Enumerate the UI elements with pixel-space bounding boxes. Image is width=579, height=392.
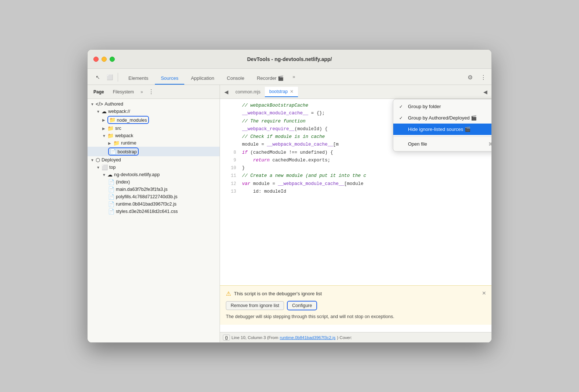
open-file-shortcut: ⌘ P [489, 142, 492, 147]
check-icon-open-file [399, 142, 405, 147]
runtime-item[interactable]: ▶ 📁 runtime [88, 139, 220, 147]
window-title: DevTools - ng-devtools.netlify.app/ [247, 56, 332, 62]
netlify-label: ng-devtools.netlify.app [114, 172, 160, 177]
code-text-8: if (cachedModule !== undefined) { [242, 149, 333, 157]
cursor-icon[interactable]: ↖ [93, 72, 103, 82]
line-num-8: 8 [223, 149, 236, 156]
deployed-icon: ⬡ [96, 157, 100, 163]
tab-recorder[interactable]: Recorder 🎬 [251, 72, 290, 85]
node-modules-item[interactable]: ▶ 📁 node_modules [88, 115, 220, 125]
inspect-icon[interactable]: ⬜ [104, 72, 115, 82]
tab-console[interactable]: Console [221, 72, 251, 85]
line-num-11: 11 [223, 172, 236, 179]
left-panel-header: Page Filesystem » ⋮ [88, 85, 220, 99]
netlify-arrow: ▼ [102, 173, 106, 177]
authored-arrow: ▼ [90, 102, 94, 106]
tab-application[interactable]: Application [185, 72, 220, 85]
tab-bar: ↖ ⬜ Elements Sources Application Console… [88, 69, 491, 85]
menu-open-file-label: Open file [408, 141, 427, 147]
main-js-item[interactable]: 📄 main.da63f7b2fe3f1fa3.js [88, 186, 220, 193]
bootstrap-tab-close[interactable]: ✕ [290, 89, 294, 94]
top-item[interactable]: ▼ ⬜ top [88, 164, 220, 171]
menu-group-authored-label: Group by Authored/Deployed 🎬 [408, 115, 477, 121]
minimize-button[interactable] [102, 57, 107, 62]
bootstrap-item[interactable]: 📄 bootstrap [88, 147, 220, 156]
common-tab-label: common.mjs [235, 89, 260, 95]
ignore-banner-title: This script is on the debugger's ignore … [234, 291, 322, 296]
main-js-label: main.da63f7b2fe3f1fa3.js [116, 187, 167, 192]
line-num-9: 9 [223, 157, 236, 164]
bootstrap-label: bootstrap [117, 149, 136, 154]
webpack-folder-item[interactable]: ▼ 📁 webpack [88, 132, 220, 139]
code-text-2: __webpack_module_cache__ = {}; [242, 110, 325, 117]
webpack-folder-icon: 📁 [107, 133, 114, 139]
ignore-close-icon[interactable]: ✕ [482, 290, 486, 296]
styles-icon: 📄 [108, 209, 114, 214]
maximize-button[interactable] [110, 57, 115, 62]
runtime-js-icon: 📄 [108, 201, 114, 207]
tab-elements[interactable]: Elements [122, 72, 154, 85]
bootstrap-box: 📄 bootstrap [108, 147, 139, 156]
code-text-5: __webpack_require__(moduleId) { [242, 125, 328, 133]
status-suffix: ) Cover: [337, 335, 352, 340]
main-content: Page Filesystem » ⋮ ▼ </> Authored ▼ ☁ w… [88, 85, 491, 342]
editor-tab-bootstrap[interactable]: bootstrap ✕ [265, 87, 298, 97]
code-line-13: 13 id: moduleId [220, 188, 491, 196]
configure-button[interactable]: Configure [287, 301, 317, 310]
node-modules-folder-icon: 📁 [109, 117, 116, 123]
polyfills-label: polyfills.4c768d7122740d3b.js [116, 194, 178, 199]
authored-icon: </> [96, 101, 103, 107]
deployed-section[interactable]: ▼ ⬡ Deployed [88, 156, 220, 164]
code-line-10: 10 } [220, 164, 491, 172]
bootstrap-file-icon: 📄 [110, 149, 116, 154]
code-text-1: // webpackBootstrapCache [242, 102, 308, 110]
menu-open-file[interactable]: Open file ⌘ P [393, 138, 492, 150]
remove-from-ignore-button[interactable]: Remove from ignore list [226, 301, 284, 310]
node-modules-arrow: ▶ [102, 118, 106, 122]
authored-label: Authored [104, 101, 123, 107]
runtime-arrow: ▶ [108, 141, 112, 145]
main-js-icon: 📄 [108, 186, 114, 192]
editor-tab-common[interactable]: common.mjs [231, 87, 265, 97]
code-text-10: } [242, 164, 245, 172]
editor-nav-left[interactable]: ◀ [221, 87, 231, 97]
close-button[interactable] [93, 57, 99, 62]
netlify-icon: ☁ [107, 172, 113, 178]
webpack-section[interactable]: ▼ ☁ webpack:// [88, 108, 220, 115]
netlify-app-item[interactable]: ▼ ☁ ng-devtools.netlify.app [88, 171, 220, 178]
right-panel: ◀ common.mjs bootstrap ✕ ◀ // webpackBoo… [220, 85, 491, 342]
src-arrow: ▶ [102, 126, 106, 131]
menu-group-authored[interactable]: ✓ Group by Authored/Deployed 🎬 [393, 112, 492, 124]
status-text: Line 10, Column 3 (From [231, 335, 278, 340]
tab-sources[interactable]: Sources [155, 72, 184, 85]
editor-nav-right[interactable]: ◀ [480, 87, 490, 97]
line-num-10: 10 [223, 164, 236, 172]
settings-icon[interactable]: ⚙ [465, 72, 475, 82]
tab-page[interactable]: Page [89, 87, 109, 97]
styles-item[interactable]: 📄 styles.d3e2b24618d2c641.css [88, 208, 220, 215]
title-bar: DevTools - ng-devtools.netlify.app/ [88, 50, 491, 69]
left-panel-more-button[interactable]: ⋮ [147, 88, 156, 96]
top-icon: ⬜ [102, 164, 108, 170]
format-button[interactable]: {} [223, 335, 230, 341]
index-item[interactable]: 📄 (index) [88, 178, 220, 186]
authored-section[interactable]: ▼ </> Authored [88, 100, 220, 108]
polyfills-item[interactable]: 📄 polyfills.4c768d7122740d3b.js [88, 193, 220, 200]
src-label: src [115, 126, 121, 131]
status-link[interactable]: runtime.0b841bad3967f3c2.js [280, 335, 336, 340]
tab-filesystem[interactable]: Filesystem [109, 87, 138, 97]
runtime-folder-icon: 📁 [113, 140, 120, 146]
menu-hide-ignore[interactable]: Hide ignore-listed sources 🎬 [393, 124, 492, 135]
tab-more-icon[interactable]: » [290, 71, 297, 82]
left-tab-more-icon[interactable]: » [138, 88, 145, 96]
deployed-arrow: ▼ [90, 158, 94, 162]
line-num-13: 13 [223, 188, 236, 195]
editor-tabs: ◀ common.mjs bootstrap ✕ ◀ [220, 85, 491, 99]
runtime-label: runtime [121, 140, 136, 146]
top-label: top [109, 165, 116, 170]
src-item[interactable]: ▶ 📁 src [88, 125, 220, 132]
more-options-icon[interactable]: ⋮ [478, 72, 489, 82]
menu-hide-ignore-label: Hide ignore-listed sources 🎬 [408, 126, 470, 132]
menu-group-folder[interactable]: ✓ Group by folder [393, 101, 492, 112]
runtime-js-item[interactable]: 📄 runtime.0b841bad3967f3c2.js [88, 200, 220, 208]
